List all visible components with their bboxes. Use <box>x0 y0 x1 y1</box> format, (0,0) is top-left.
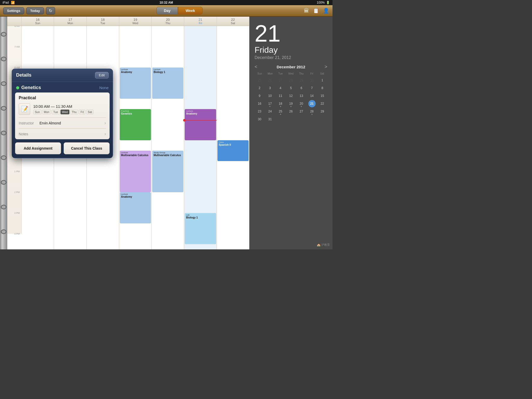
mini-cal-day[interactable]: 19 <box>287 100 295 107</box>
mini-cal-day[interactable]: 4 <box>277 84 284 92</box>
day-sun: Sun <box>33 110 42 114</box>
full-date: December 21, 2012 <box>255 55 327 60</box>
week-view-button[interactable]: Week <box>178 7 202 15</box>
event-studygroup-multicalc[interactable]: Study Group Multivariable Calculus <box>152 151 183 192</box>
mini-cal-day[interactable]: 14 <box>308 92 316 99</box>
day-tue: Tue <box>52 110 60 114</box>
ring <box>1 57 6 61</box>
ring <box>1 229 6 234</box>
cancel-class-button[interactable]: Cancel This Class <box>64 142 110 154</box>
mini-cal-day[interactable]: 2 <box>256 84 263 92</box>
mini-cal-day[interactable]: 28 <box>287 77 295 84</box>
event-lecture-multicalc-wed[interactable]: Lecture Multivariable Calculus <box>120 151 151 192</box>
mini-cal-day[interactable]: 13 <box>298 92 305 99</box>
mini-cal-days: 2526272829301234567891011121314151617181… <box>255 77 327 123</box>
mini-cal-day[interactable]: 30 <box>256 116 263 123</box>
mini-cal-day[interactable]: 31 <box>266 116 274 123</box>
status-time: 10:32 AM <box>159 1 173 4</box>
popup-class-row: Genetics None <box>12 82 113 92</box>
mini-cal-day[interactable]: 26 <box>287 108 295 115</box>
status-bar: iPad 📶 10:32 AM 100% 🔋 <box>0 0 332 5</box>
event-practical-genetics[interactable]: Practical Genetics <box>120 109 151 140</box>
details-popup: Details Edit Genetics None Practical 📝 <box>12 69 113 158</box>
mini-cal-day[interactable]: 12 <box>287 92 295 99</box>
next-month-button[interactable]: > <box>324 64 327 70</box>
day-view-button[interactable]: Day <box>156 7 178 15</box>
notes-arrow: › <box>104 131 106 137</box>
cal-day-sun: 16 Sun <box>22 17 54 26</box>
settings-button[interactable]: Settings <box>3 7 24 14</box>
edit-button[interactable]: Edit <box>95 72 109 78</box>
time-text: 10:00 AM — 11:30 AM <box>33 104 106 109</box>
view-toggle: Day Week <box>57 7 302 15</box>
mini-cal-day[interactable]: 3 <box>266 84 274 92</box>
mini-calendar: < December 2012 > Sun Mon Tue Wed Thu Fr… <box>255 64 327 123</box>
event-lecture-anatomy-wed[interactable]: Lecture Anatomy <box>120 68 151 99</box>
mini-cal-day[interactable]: 16 <box>256 100 263 107</box>
mini-cal-day[interactable]: 23 <box>256 108 263 115</box>
calendar-area: 16 Sun 17 Mon 18 Tue 19 Wed 20 Thu <box>0 17 249 249</box>
mini-cal-day[interactable]: 25 <box>277 108 284 115</box>
mini-cal-day[interactable]: 18 <box>277 100 284 107</box>
mini-cal-title: December 2012 <box>277 65 305 69</box>
mini-cal-day[interactable]: 29 <box>319 108 326 115</box>
mini-cal-day[interactable]: 5 <box>287 84 295 92</box>
mini-cal-day[interactable]: 9 <box>256 92 263 99</box>
mini-cal-day[interactable]: 17 <box>266 100 274 107</box>
mini-cal-day[interactable]: 6 <box>298 84 305 92</box>
mini-cal-day[interactable]: 29 <box>298 77 305 84</box>
class-name: Genetics <box>21 85 41 90</box>
cal-day-sat: 22 Sat <box>217 17 249 26</box>
notebook-rings <box>0 17 7 249</box>
event-lecture-anatomy-wed2[interactable]: Lecture Anatomy <box>120 192 151 223</box>
mini-cal-day[interactable]: 10 <box>266 92 274 99</box>
mini-cal-day[interactable]: 21 <box>308 100 316 107</box>
cal-day-mon: 17 Mon <box>54 17 87 26</box>
notes-row[interactable]: Notes › <box>15 129 110 139</box>
mini-cal-day[interactable]: 7 <box>308 84 316 92</box>
instructor-name: Ervin Almond <box>39 121 104 125</box>
add-assignment-button[interactable]: Add Assignment <box>15 142 61 154</box>
main-content: 16 Sun 17 Mon 18 Tue 19 Wed 20 Thu <box>0 17 332 249</box>
event-class-spanish[interactable]: Class Spanish II <box>217 140 249 161</box>
wifi-icon: 📶 <box>11 1 15 4</box>
today-button[interactable]: Today <box>26 7 44 14</box>
event-lecture-biology1[interactable]: Lecture Biology 1 <box>152 68 183 99</box>
ring <box>1 205 6 209</box>
mini-cal-day[interactable]: 28 <box>308 108 316 115</box>
mini-cal-day[interactable]: 30 <box>308 77 316 84</box>
mini-cal-day[interactable]: 27 <box>298 108 305 115</box>
class-status: None <box>99 85 109 90</box>
prev-month-button[interactable]: < <box>255 64 257 70</box>
institution-icon[interactable]: 🏛 <box>304 8 309 14</box>
mini-cal-day[interactable]: 27 <box>277 77 284 84</box>
mini-cal-day[interactable]: 20 <box>298 100 305 107</box>
toolbar-right-icons: 🏛 📋 👤 <box>304 8 329 14</box>
status-left: iPad 📶 <box>3 1 15 4</box>
event-lab-biology1[interactable]: Lab Biology 1 <box>185 213 216 244</box>
mini-cal-day[interactable]: 24 <box>266 108 274 115</box>
day-thu: Thu <box>70 110 78 114</box>
instructor-row[interactable]: Instructor Ervin Almond › <box>15 118 110 128</box>
event-lecture-anatomy-fri[interactable]: Lecture Anatomy <box>185 109 216 140</box>
notes-label: Notes <box>19 132 104 136</box>
person-icon[interactable]: 👤 <box>323 8 329 14</box>
mini-cal-day[interactable]: 25 <box>256 77 263 84</box>
refresh-button[interactable]: ↻ <box>46 7 55 15</box>
time-details: 10:00 AM — 11:30 AM Sun Mon Tue Wed Thu … <box>33 104 106 114</box>
mini-cal-day[interactable]: 26 <box>266 77 274 84</box>
date-display: 21 Friday December 21, 2012 <box>255 22 327 60</box>
ring <box>1 106 6 111</box>
mini-cal-day[interactable]: 8 <box>319 84 326 92</box>
mini-cal-day[interactable]: 11 <box>277 92 284 99</box>
time-7am: 7 AM <box>14 45 20 48</box>
mini-cal-day[interactable]: 1 <box>319 77 326 84</box>
mini-cal-day[interactable]: 22 <box>319 100 326 107</box>
popup-time-row: 📝 10:00 AM — 11:30 AM Sun Mon Tue Wed Th… <box>15 102 110 117</box>
day-wed: Wed <box>61 110 69 114</box>
clipboard-icon[interactable]: 📋 <box>313 8 319 14</box>
mini-cal-day[interactable]: 15 <box>319 92 326 99</box>
battery-icon: 🔋 <box>326 1 330 4</box>
ring <box>1 81 6 86</box>
days-row: Sun Mon Tue Wed Thu Fri Sat <box>33 110 106 114</box>
